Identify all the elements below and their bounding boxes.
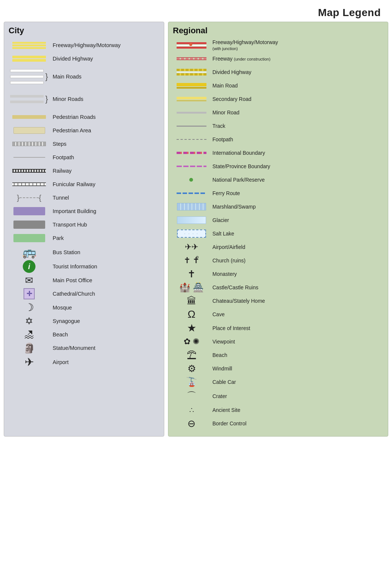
symbol-salt-lake: · · · · [173, 229, 210, 238]
list-item: Freeway (under construction) [173, 52, 383, 65]
cave-icon: Ω [188, 308, 196, 320]
symbol-monastery: ✝ [173, 268, 210, 280]
list-item: ✿ ✺ Viewpoint [173, 335, 383, 348]
label-park: Park [50, 235, 159, 241]
symbol-statue: 🗿 [9, 342, 50, 354]
list-item: 🏛 Chateau/Stately Home [173, 294, 383, 308]
label-tunnel: Tunnel [50, 195, 159, 201]
list-item: Minor Road [173, 106, 383, 119]
list-item: } Main Roads [9, 65, 159, 88]
crescent-icon: ☽ [25, 301, 34, 314]
regional-title: Regional [173, 26, 383, 36]
label-freeway: Freeway/Highway/Motorway [50, 42, 159, 48]
list-item: Footpath [9, 151, 159, 164]
symbol-marsh [173, 203, 210, 210]
symbol-viewpoint: ✿ ✺ [173, 337, 210, 346]
label-cable-car: Cable Car [210, 379, 383, 385]
label-border-control: Border Control [210, 420, 383, 426]
list-item: Steps [9, 137, 159, 151]
symbol-railway [9, 169, 50, 173]
symbol-windmill: ⚙ [173, 363, 210, 375]
list-item: Pedestrian Roads [9, 110, 159, 124]
symbol-state-boundary [173, 166, 210, 167]
list-item: International Boundary [173, 146, 383, 160]
symbol-post-office: ✉ [9, 275, 50, 286]
list-item: ✈ Airport [9, 355, 159, 369]
list-item: Railway [9, 164, 159, 178]
label-chateau: Chateau/Stately Home [210, 298, 383, 304]
label-pedestrian-roads: Pedestrian Roads [50, 114, 159, 120]
list-item: i Tourist Information [9, 259, 159, 274]
label-viewpoint: Viewpoint [210, 339, 383, 345]
symbol-steps [9, 142, 50, 146]
symbol-cave: Ω [173, 308, 210, 320]
symbol-reg-main [173, 83, 210, 89]
label-glacier: Glacier [210, 217, 383, 223]
list-item: 🚌 Bus Station [9, 245, 159, 259]
label-main-roads: Main Roads [50, 74, 159, 80]
list-item: } Minor Roads [9, 88, 159, 110]
list-item: Freeway/Highway/Motorway(with junction) [173, 38, 383, 52]
windmill-icon: ⚙ [187, 363, 196, 375]
symbol-castle: 🏰 🏯 [173, 282, 210, 293]
castle-icon: 🏰 🏯 [179, 282, 204, 293]
list-item: Footpath [173, 133, 383, 146]
list-item: ⚙ Windmill [173, 362, 383, 375]
label-place-interest: Place of Interest [210, 325, 383, 331]
city-panel: City Freeway/Highway/Motorway Divided Hi… [4, 22, 164, 437]
symbol-pedestrian-roads [9, 115, 50, 119]
list-item: Track [173, 119, 383, 133]
list-item: 🏰 🏯 Castle/Castle Ruins [173, 281, 383, 294]
list-item: Funicular Railway [9, 178, 159, 191]
list-item: Main Road [173, 79, 383, 92]
symbol-main-roads: } [9, 69, 50, 84]
list-item: Important Building [9, 204, 159, 218]
list-item: Marshland/Swamp [173, 200, 383, 213]
list-item: Divided Highway [9, 52, 159, 65]
symbol-reg-minor [173, 112, 210, 114]
beach-icon: 🏖 [24, 329, 34, 341]
symbol-tunnel: } { [9, 194, 50, 202]
symbol-mosque: ☽ [9, 301, 50, 314]
list-item: Freeway/Highway/Motorway [9, 38, 159, 52]
symbol-border-control: ⊖ [173, 418, 210, 429]
border-control-icon: ⊖ [187, 418, 196, 429]
symbol-freeway [9, 42, 50, 49]
label-reg-track: Track [210, 123, 383, 129]
list-item: Transport Hub [9, 218, 159, 231]
list-item: Ω Cave [173, 308, 383, 321]
mail-icon: ✉ [25, 275, 33, 286]
label-pedestrian-area: Pedestrian Area [50, 127, 159, 133]
symbol-reg-beach: ⛱ [173, 349, 210, 361]
symbol-divided [9, 56, 50, 62]
symbol-footpath [9, 157, 50, 158]
list-item: ★ Place of Interest [173, 321, 383, 335]
list-item: · · · · Salt Lake [173, 227, 383, 240]
label-cathedral: Cathedral/Church [50, 291, 159, 297]
list-item: } { Tunnel [9, 191, 159, 204]
bus-icon: 🚌 [22, 246, 36, 259]
ancient-site-icon: ∴ [189, 406, 194, 415]
star-of-david-icon: ✡ [25, 315, 33, 327]
label-airports: Airport/Airfield [210, 244, 383, 250]
symbol-synagogue: ✡ [9, 315, 50, 327]
label-reg-footpath: Footpath [210, 136, 383, 142]
label-monastery: Monastery [210, 271, 383, 277]
list-item: ☽ Mosque [9, 301, 159, 314]
symbol-pedestrian-area [9, 127, 50, 134]
list-item: ✈✈ Airport/Airfield [173, 240, 383, 254]
symbol-transport-hub [9, 221, 50, 229]
label-tourist-info: Tourist Information [50, 264, 159, 269]
star-icon: ★ [187, 322, 196, 334]
list-item: ⛱ Beach [173, 348, 383, 362]
label-important-building: Important Building [50, 208, 159, 214]
list-item: National Park/Reserve [173, 173, 383, 187]
label-church-ruins: Church (ruins) [210, 258, 383, 264]
symbol-ancient-site: ∴ [173, 406, 210, 415]
list-item: ∴ Ancient Site [173, 403, 383, 417]
list-item: ✉ Main Post Office [9, 274, 159, 287]
list-item: ✝ ✝̊ Church (ruins) [173, 254, 383, 267]
label-ferry: Ferry Route [210, 190, 383, 196]
label-statue: Statue/Monument [50, 345, 159, 351]
label-reg-freeway-construction: Freeway (under construction) [210, 56, 383, 62]
